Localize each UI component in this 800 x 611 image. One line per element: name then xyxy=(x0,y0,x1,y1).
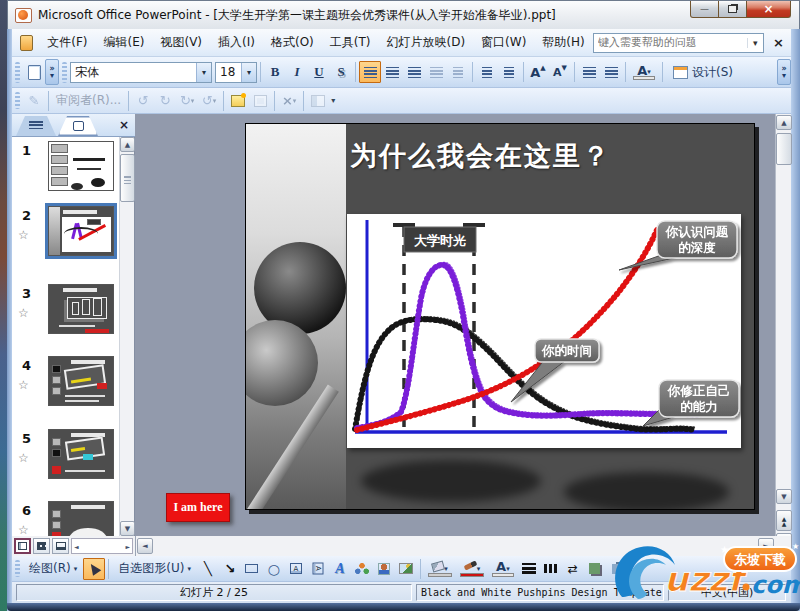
bullet-list-button[interactable] xyxy=(498,61,520,83)
right-icon[interactable]: ► xyxy=(125,543,130,550)
align-right-button[interactable] xyxy=(403,61,425,83)
text-box-button[interactable]: A xyxy=(285,558,307,580)
scroll-thumb[interactable] xyxy=(776,133,792,165)
language-indicator[interactable]: 中文(中国) xyxy=(668,584,786,601)
thumbnail-preview[interactable] xyxy=(48,206,114,256)
close-button[interactable]: × xyxy=(746,1,791,18)
clip-art-button[interactable] xyxy=(373,558,395,580)
decrease-indent-button[interactable] xyxy=(578,61,600,83)
toolbar-grip[interactable] xyxy=(15,62,20,83)
menu-file[interactable]: 文件(F) xyxy=(39,30,95,55)
scroll-up-button[interactable]: ▲ xyxy=(776,115,792,130)
bold-button[interactable]: B xyxy=(264,61,286,83)
align-left-button[interactable] xyxy=(359,61,381,83)
toolbar-overflow-button[interactable]: »▾ xyxy=(777,59,791,85)
toolbar-grip[interactable] xyxy=(15,92,20,110)
help-input[interactable] xyxy=(594,36,747,49)
main-vertical-scrollbar[interactable]: ▲ ▼ ▲ ▲ ▼ ▼ xyxy=(775,114,791,556)
font-name-dropdown-icon[interactable]: ▾ xyxy=(196,63,211,82)
scroll-right-button[interactable]: ► xyxy=(758,538,774,554)
pane-scroll-thumb[interactable] xyxy=(120,154,135,202)
document-system-icon[interactable] xyxy=(20,35,33,51)
transition-star-icon: ☆ xyxy=(18,378,29,392)
diagram-button[interactable] xyxy=(351,558,373,580)
menubar-close-icon[interactable]: × xyxy=(770,35,787,50)
thumbnail-preview[interactable] xyxy=(48,501,114,536)
slide-title[interactable]: 为什么我会在这里？ xyxy=(350,138,611,174)
menu-insert[interactable]: 插入(I) xyxy=(210,30,263,55)
font-color-button[interactable]: A ▾ xyxy=(629,61,659,83)
pane-horizontal-scrollbar[interactable]: ◄ ► xyxy=(71,538,133,554)
maximize-button[interactable] xyxy=(719,1,746,18)
toolbar-grip[interactable] xyxy=(15,560,20,578)
rectangle-button[interactable] xyxy=(241,558,263,580)
arrow-button[interactable]: ↘ xyxy=(219,558,241,580)
tab-outline[interactable] xyxy=(16,116,56,136)
help-dropdown-icon[interactable]: ▾ xyxy=(747,38,763,48)
slide-canvas[interactable]: 为什么我会在这里？ xyxy=(245,123,755,510)
font-color-button-2[interactable]: A ▾ xyxy=(488,558,518,580)
toolbar-overflow-button[interactable]: »▾ xyxy=(45,59,59,85)
insert-picture-button[interactable] xyxy=(395,558,417,580)
pane-close-icon[interactable]: × xyxy=(119,118,129,132)
dropdown-icon: ▾ xyxy=(74,565,78,573)
thumbnail-preview[interactable] xyxy=(48,356,114,406)
decrease-font-button[interactable]: A▼ xyxy=(549,61,571,83)
main-horizontal-scrollbar[interactable]: ◄ ► xyxy=(136,536,775,556)
oval-button[interactable]: ○ xyxy=(263,558,285,580)
numbered-list-button[interactable] xyxy=(476,61,498,83)
wordart-button[interactable]: A xyxy=(329,558,351,580)
draw-menu-button[interactable]: 绘图(R) ▾ xyxy=(23,558,83,580)
thumbnail-preview[interactable] xyxy=(48,429,114,479)
thumbnail-preview[interactable] xyxy=(48,141,114,191)
pane-scroll-up-button[interactable]: ▲ xyxy=(120,137,135,152)
slideshow-view-button[interactable] xyxy=(52,538,69,554)
3d-style-button[interactable] xyxy=(606,558,628,580)
fill-color-button[interactable]: ▾ xyxy=(424,558,456,580)
select-objects-button[interactable] xyxy=(83,558,105,580)
menu-window[interactable]: 窗口(W) xyxy=(473,30,534,55)
line-color-button[interactable]: ▾ xyxy=(456,558,488,580)
font-color-bar xyxy=(492,573,514,577)
menu-slideshow[interactable]: 幻灯片放映(D) xyxy=(378,30,473,55)
increase-indent-button[interactable] xyxy=(600,61,622,83)
design-button[interactable]: 设计(S) xyxy=(666,61,740,83)
menu-tools[interactable]: 工具(T) xyxy=(322,30,379,55)
new-slide-button[interactable] xyxy=(23,61,45,83)
font-size-combo[interactable]: 18 ▾ xyxy=(215,62,257,83)
italic-button[interactable]: I xyxy=(286,61,308,83)
increase-font-button[interactable]: A▲ xyxy=(527,61,549,83)
menu-edit[interactable]: 编辑(E) xyxy=(96,30,153,55)
career-chart[interactable]: 大学时光 你认识问题 的深度 你的时间 xyxy=(347,214,741,448)
previous-slide-button[interactable]: ▲ ▲ xyxy=(776,510,792,531)
insert-comment-button[interactable] xyxy=(227,90,249,112)
vertical-text-box-button[interactable]: A xyxy=(307,558,329,580)
toolbar-options-icon[interactable]: ▾ xyxy=(331,96,335,105)
font-name-combo[interactable]: 宋体 ▾ xyxy=(70,62,212,83)
normal-view-button[interactable] xyxy=(14,538,31,554)
i-am-here-marker[interactable]: I am here xyxy=(166,493,230,522)
thumbnail-preview[interactable] xyxy=(48,284,114,334)
autoshapes-button[interactable]: 自选图形(U) ▾ xyxy=(112,558,197,580)
pane-scroll-down-button[interactable]: ▼ xyxy=(120,521,135,536)
align-center-button[interactable] xyxy=(381,61,403,83)
font-size-dropdown-icon[interactable]: ▾ xyxy=(241,63,256,82)
underline-button[interactable]: U xyxy=(308,61,330,83)
line-button[interactable]: ╲ xyxy=(197,558,219,580)
minimize-button[interactable]: — xyxy=(690,1,719,18)
shadow-style-button[interactable] xyxy=(584,558,606,580)
pane-scrollbar[interactable]: ▲ ▼ xyxy=(119,137,134,536)
scroll-left-button[interactable]: ◄ xyxy=(137,538,153,554)
menu-format[interactable]: 格式(O) xyxy=(263,30,322,55)
slide-sorter-view-button[interactable] xyxy=(33,538,50,554)
arrow-style-button[interactable]: ⇄ xyxy=(562,558,584,580)
line-style-button[interactable] xyxy=(518,558,540,580)
menu-view[interactable]: 视图(V) xyxy=(152,30,210,55)
tab-slides[interactable] xyxy=(58,116,98,136)
toolbar-grip[interactable] xyxy=(62,62,67,83)
dash-style-button[interactable] xyxy=(540,558,562,580)
menu-help[interactable]: 帮助(H) xyxy=(534,30,592,55)
scroll-down-button[interactable]: ▼ xyxy=(776,489,792,504)
text-shadow-button[interactable]: S xyxy=(330,61,352,83)
left-icon[interactable]: ◄ xyxy=(74,543,79,550)
